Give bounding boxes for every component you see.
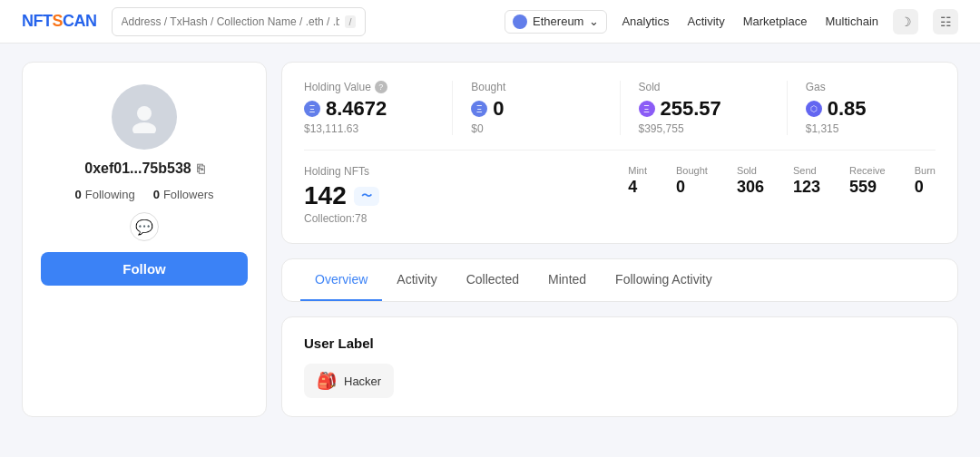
send-label: Send: [793, 165, 820, 176]
profile-card: 0xef01...75b538 ⎘ 0 Following 0 Follower…: [22, 62, 267, 417]
bought-usd: $0: [471, 122, 601, 135]
avatar: [112, 84, 177, 150]
nft-section: Holding NFTs 142 〜 Collection:78 Mint 4: [304, 165, 936, 225]
chain-chevron-icon: ⌄: [589, 15, 599, 28]
burn-stat: Burn 0: [915, 165, 936, 197]
theme-toggle-icon[interactable]: ☽: [893, 9, 918, 34]
holding-nfts-count: 142: [304, 181, 347, 210]
gas-block: Gas ⬡ 0.85 $1,315: [806, 81, 936, 135]
message-icon[interactable]: 💬: [130, 212, 159, 241]
mint-label: Mint: [628, 165, 647, 176]
receive-stat: Receive 559: [849, 165, 886, 197]
holding-value-eth: 8.4672: [326, 97, 387, 121]
tab-collected[interactable]: Collected: [452, 259, 534, 301]
holding-nfts: Holding NFTs 142 〜 Collection:78: [304, 165, 379, 225]
chain-label: Ethereum: [533, 15, 583, 28]
main-content: 0xef01...75b538 ⎘ 0 Following 0 Follower…: [0, 44, 980, 435]
eth-icon-bought: Ξ: [471, 101, 487, 117]
sold-label: Sold: [639, 81, 769, 93]
stats-top-row: Holding Value ? Ξ 8.4672 $13,111.63 Boug…: [304, 81, 936, 151]
bought2-label: Bought: [676, 165, 708, 176]
search-bar[interactable]: /: [112, 7, 366, 36]
send-value: 123: [793, 178, 820, 197]
eth-icon-gas: ⬡: [806, 101, 822, 117]
receive-value: 559: [849, 178, 886, 197]
wallet-address: 0xef01...75b538 ⎘: [84, 160, 203, 177]
burn-value: 0: [915, 178, 936, 197]
following-stat: 0 Following: [74, 188, 134, 201]
mint-value: 4: [628, 178, 647, 197]
tabs-row: Overview Activity Collected Minted Follo…: [281, 258, 958, 302]
stats-card: Holding Value ? Ξ 8.4672 $13,111.63 Boug…: [281, 62, 958, 244]
mini-stats-row: Mint 4 Bought 0 Sold 306 Send 123: [628, 165, 936, 197]
svg-point-1: [132, 122, 156, 133]
eth-icon: Ξ: [304, 101, 320, 117]
sold2-value: 306: [737, 178, 764, 197]
gas-usd: $1,315: [806, 122, 936, 135]
holding-value-block: Holding Value ? Ξ 8.4672 $13,111.63: [304, 81, 453, 135]
user-label-card: User Label 🎒 Hacker: [281, 316, 958, 417]
bought-label: Bought: [471, 81, 601, 93]
trend-icon: 〜: [361, 189, 372, 204]
chain-dot-icon: [513, 15, 527, 29]
chain-selector[interactable]: Ethereum ⌄: [505, 10, 607, 34]
send-stat: Send 123: [793, 165, 820, 197]
tab-following-activity[interactable]: Following Activity: [601, 259, 727, 301]
holding-value-label: Holding Value ?: [304, 81, 434, 93]
right-panel: Holding Value ? Ξ 8.4672 $13,111.63 Boug…: [281, 62, 958, 417]
mint-stat: Mint 4: [628, 165, 647, 197]
eth-icon-sold: Ξ: [639, 101, 655, 117]
info-icon[interactable]: ?: [375, 81, 387, 93]
follow-stats: 0 Following 0 Followers: [74, 188, 213, 201]
tab-overview[interactable]: Overview: [300, 259, 382, 301]
nav-activity[interactable]: Activity: [687, 15, 724, 28]
sold-usd: $395,755: [639, 122, 769, 135]
user-label-title: User Label: [304, 335, 936, 351]
bought2-value: 0: [676, 178, 708, 197]
follow-button[interactable]: Follow: [41, 252, 248, 286]
search-input[interactable]: [122, 15, 340, 28]
grid-icon[interactable]: ☷: [933, 9, 958, 34]
trend-badge: 〜: [354, 187, 379, 206]
holding-value-usd: $13,111.63: [304, 122, 434, 135]
gas-eth: 0.85: [828, 97, 867, 121]
nav-links: Analytics Activity Marketplace Multichai…: [622, 15, 878, 28]
hacker-icon: 🎒: [317, 371, 337, 391]
nav-marketplace[interactable]: Marketplace: [743, 15, 808, 28]
sold2-stat: Sold 306: [737, 165, 764, 197]
collection-label: Collection:78: [304, 212, 379, 225]
bought-block: Bought Ξ 0 $0: [471, 81, 620, 135]
sold2-label: Sold: [737, 165, 764, 176]
header: NFTSCAN / Ethereum ⌄ Analytics Activity …: [0, 0, 980, 44]
svg-point-0: [137, 106, 152, 121]
copy-address-icon[interactable]: ⎘: [197, 161, 204, 176]
sold-block: Sold Ξ 255.57 $395,755: [639, 81, 788, 135]
bought2-stat: Bought 0: [676, 165, 708, 197]
followers-stat: 0 Followers: [153, 188, 214, 201]
sold-eth: 255.57: [661, 97, 721, 121]
label-badge: 🎒 Hacker: [304, 364, 394, 398]
burn-label: Burn: [915, 165, 936, 176]
gas-label: Gas: [806, 81, 936, 93]
bought-eth: 0: [493, 97, 504, 121]
search-slash: /: [345, 15, 355, 28]
nav-analytics[interactable]: Analytics: [622, 15, 669, 28]
tab-activity[interactable]: Activity: [382, 259, 451, 301]
logo: NFTSCAN: [22, 12, 97, 31]
tab-minted[interactable]: Minted: [534, 259, 601, 301]
nav-multichain[interactable]: Multichain: [825, 15, 878, 28]
receive-label: Receive: [849, 165, 886, 176]
holding-nfts-label: Holding NFTs: [304, 165, 379, 178]
label-badge-text: Hacker: [344, 374, 381, 388]
